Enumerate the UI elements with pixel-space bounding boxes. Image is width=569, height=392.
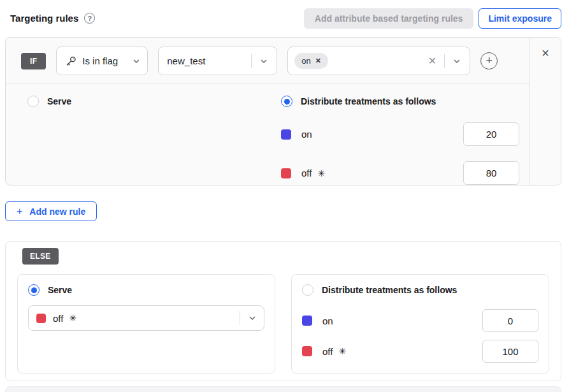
next-section-edge	[5, 386, 561, 392]
chevron-down-icon	[257, 57, 270, 66]
treatment-row: off ✳	[302, 340, 538, 363]
else-serve-select[interactable]: off ✳	[28, 305, 264, 331]
treatment-tag-label: on	[301, 56, 310, 66]
treatment-off-swatch	[302, 346, 312, 356]
add-new-rule-label: Add new rule	[29, 207, 85, 217]
treatment-name: on	[301, 129, 312, 140]
select-divider	[240, 311, 240, 325]
add-new-rule-button[interactable]: + Add new rule	[5, 201, 97, 221]
treatment-on-swatch	[281, 129, 291, 140]
treatment-off-swatch	[281, 168, 291, 178]
chevron-down-icon	[130, 57, 143, 66]
treatment-row: off ✳	[281, 161, 529, 185]
chevron-down-icon	[246, 314, 259, 323]
limit-exposure-button[interactable]: Limit exposure	[479, 8, 561, 29]
page-title: Targeting rules	[10, 13, 78, 24]
select-divider	[444, 54, 445, 68]
help-icon[interactable]: ?	[84, 13, 95, 24]
key-icon	[65, 55, 76, 67]
treatment-row: on	[281, 122, 529, 146]
header-actions: Add attribute based targeting rules Limi…	[304, 8, 561, 29]
treatment-off-swatch	[36, 314, 46, 323]
treatment-name: off	[322, 346, 333, 357]
else-distribute-radio[interactable]	[302, 284, 313, 296]
else-distribute-radio-label: Distribute treatments as follows	[322, 285, 457, 295]
distribute-radio-label: Distribute treatments as follows	[301, 96, 436, 106]
chevron-down-icon	[450, 57, 463, 66]
targeting-rule-card: IF Is in flag new_test	[5, 37, 561, 185]
delete-rule-icon[interactable]: ✕	[541, 48, 549, 185]
tag-remove-icon[interactable]: ✕	[315, 57, 321, 65]
rule-body: Serve Distribute treatments as follows o…	[6, 84, 529, 185]
plus-icon: +	[17, 206, 22, 217]
if-badge: IF	[21, 53, 46, 69]
add-condition-button[interactable]: +	[480, 52, 498, 69]
default-treatment-icon: ✳	[317, 168, 325, 178]
matcher-select-value: Is in flag	[82, 55, 118, 66]
default-treatment-icon: ✳	[69, 313, 76, 323]
treatment-percent-input[interactable]	[482, 340, 538, 363]
else-distribute-panel: Distribute treatments as follows on off …	[291, 274, 549, 374]
treatment-percent-input[interactable]	[482, 309, 538, 332]
treatment-tag: on ✕	[294, 53, 328, 69]
rule-aside: ✕	[529, 38, 561, 185]
else-serve-radio-label: Serve	[48, 285, 72, 295]
serve-radio-label: Serve	[47, 96, 71, 106]
else-rule-card: ELSE Serve off ✳ Distribute treatments	[5, 241, 561, 381]
treatment-on-swatch	[302, 316, 312, 326]
treatment-multi-select[interactable]: on ✕ ✕	[287, 47, 470, 75]
else-badge: ELSE	[22, 248, 59, 265]
rule-main: IF Is in flag new_test	[6, 38, 529, 185]
serve-option: Serve	[27, 96, 281, 185]
select-divider	[251, 54, 252, 68]
header: Targeting rules ? Add attribute based ta…	[0, 0, 569, 35]
treatment-name: on	[322, 316, 333, 326]
else-serve-radio[interactable]	[28, 284, 40, 296]
treatment-row: on	[302, 309, 538, 332]
else-panels: Serve off ✳ Distribute treatments as fol…	[17, 274, 549, 374]
treatment-percent-input[interactable]	[463, 122, 519, 146]
distribute-option: Distribute treatments as follows on off …	[281, 96, 529, 185]
treatment-percent-input[interactable]	[463, 161, 519, 185]
default-treatment-icon: ✳	[338, 346, 346, 356]
else-serve-panel: Serve off ✳	[17, 274, 275, 374]
serve-radio[interactable]	[27, 96, 39, 107]
add-attribute-rules-button[interactable]: Add attribute based targeting rules	[304, 8, 474, 29]
clear-selection-icon[interactable]: ✕	[427, 55, 438, 67]
rule-condition-row: IF Is in flag new_test	[6, 38, 529, 83]
flag-select[interactable]: new_test	[158, 47, 277, 75]
flag-select-value: new_test	[167, 55, 205, 66]
else-serve-select-value: off	[53, 313, 63, 324]
matcher-select[interactable]: Is in flag	[56, 47, 148, 75]
distribute-radio[interactable]	[281, 96, 292, 107]
treatment-name: off	[301, 168, 312, 178]
